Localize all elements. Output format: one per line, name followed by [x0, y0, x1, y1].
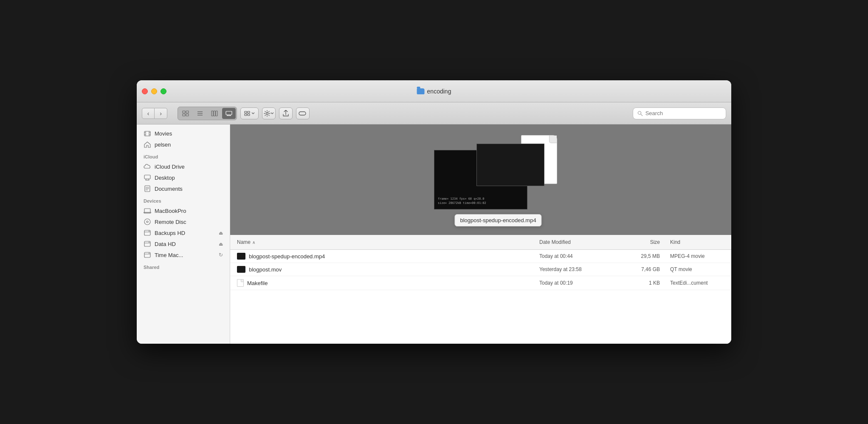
- svg-rect-1: [186, 111, 189, 113]
- drive-time-icon: [144, 251, 151, 259]
- header-date[interactable]: Date Modified: [536, 237, 621, 248]
- header-kind[interactable]: Kind: [663, 237, 731, 248]
- file-tooltip: blogpost-spedup-encoded.mp4: [454, 214, 541, 226]
- forward-button[interactable]: ›: [155, 108, 167, 119]
- sidebar-label-macbookpro: MacBookPro: [155, 208, 186, 214]
- sidebar-label-documents: Documents: [155, 186, 183, 192]
- group-by-button[interactable]: [240, 107, 259, 119]
- file-list-header: Name ∧ Date Modified Size Kind: [230, 235, 731, 250]
- svg-rect-9: [216, 111, 217, 116]
- header-name[interactable]: Name ∧: [230, 237, 536, 248]
- home-icon: [144, 141, 151, 148]
- svg-rect-8: [214, 111, 215, 116]
- sidebar-item-remote-disc[interactable]: Remote Disc: [137, 216, 230, 227]
- terminal-line-2: size= 28672kB time=00:01:02: [438, 201, 524, 206]
- sidebar-label-backups-hd: Backups HD: [155, 230, 185, 236]
- svg-rect-3: [186, 114, 189, 116]
- file-name-mov: blogpost.mov: [230, 263, 536, 276]
- sync-time-icon[interactable]: ↻: [219, 252, 223, 258]
- monitor-icon: [144, 174, 151, 181]
- sidebar-item-time-machine[interactable]: Time Mac... ↻: [137, 249, 230, 260]
- file-size-3: 1 KB: [621, 277, 663, 289]
- traffic-lights: [142, 88, 166, 94]
- file-name-makefile: Makefile: [230, 276, 536, 290]
- view-list-button[interactable]: [193, 108, 207, 119]
- sidebar-label-remote-disc: Remote Disc: [155, 219, 186, 225]
- nav-buttons: ‹ ›: [142, 108, 167, 119]
- header-size[interactable]: Size: [621, 237, 663, 248]
- svg-point-38: [144, 219, 150, 225]
- svg-rect-37: [144, 209, 150, 212]
- file-date-1: Today at 00:44: [536, 250, 621, 262]
- back-button[interactable]: ‹: [142, 108, 155, 119]
- title-bar: encoding: [137, 80, 731, 102]
- video-file-icon-2: [237, 266, 245, 273]
- sidebar-item-pelsen[interactable]: pelsen: [137, 139, 230, 150]
- svg-rect-16: [245, 114, 247, 116]
- search-bar[interactable]: [633, 107, 726, 119]
- laptop-icon: [144, 207, 151, 215]
- sidebar-label-desktop: Desktop: [155, 175, 175, 181]
- sidebar-label-pelsen: pelsen: [155, 141, 171, 148]
- text-file-icon: [237, 279, 244, 287]
- cloud-icon: [144, 163, 151, 170]
- sidebar-item-movies[interactable]: Movies: [137, 128, 230, 139]
- svg-point-45: [149, 242, 149, 243]
- sidebar-item-macbookpro[interactable]: MacBookPro: [137, 205, 230, 216]
- svg-rect-17: [248, 114, 250, 116]
- share-button[interactable]: [279, 107, 293, 119]
- preview-content: frame= 1234 fps= 60 q=28.0 size= 28672kB…: [409, 141, 553, 218]
- terminal-line-1: frame= 1234 fps= 60 q=28.0: [438, 197, 524, 201]
- table-row[interactable]: blogpost-spedup-encoded.mp4 Today at 00:…: [230, 250, 731, 263]
- content-area: Movies pelsen iCloud iCloud Drive: [137, 124, 731, 344]
- sidebar-item-icloud-drive[interactable]: iCloud Drive: [137, 161, 230, 172]
- svg-rect-2: [183, 114, 185, 116]
- file-kind-1: MPEG-4 movie: [663, 250, 731, 262]
- sidebar-item-desktop[interactable]: Desktop: [137, 172, 230, 183]
- svg-rect-14: [245, 111, 247, 113]
- svg-point-18: [266, 112, 268, 114]
- svg-rect-19: [299, 112, 306, 115]
- sidebar-item-data-hd[interactable]: Data HD ⏏: [137, 238, 230, 249]
- toolbar: ‹ ›: [137, 102, 731, 124]
- disc-icon: [144, 218, 151, 226]
- sidebar-item-documents[interactable]: Documents: [137, 183, 230, 194]
- sidebar-label-movies: Movies: [155, 130, 172, 137]
- svg-point-48: [149, 253, 149, 254]
- svg-rect-29: [144, 175, 150, 179]
- documents-icon: [144, 185, 151, 192]
- sidebar-label-icloud: iCloud Drive: [155, 164, 185, 170]
- minimize-button[interactable]: [151, 88, 157, 94]
- drive-data-icon: [144, 240, 151, 248]
- close-button[interactable]: [142, 88, 148, 94]
- file-kind-2: QT movie: [663, 263, 731, 275]
- view-column-button[interactable]: [208, 108, 221, 119]
- view-buttons: [178, 107, 237, 120]
- svg-rect-0: [183, 111, 185, 113]
- eject-backups-icon[interactable]: ⏏: [219, 230, 223, 236]
- search-input[interactable]: [645, 110, 721, 116]
- file-date-3: Today at 00:19: [536, 277, 621, 289]
- sidebar-item-backups-hd[interactable]: Backups HD ⏏: [137, 227, 230, 238]
- file-date-2: Yesterday at 23:58: [536, 263, 621, 275]
- window-title-area: encoding: [417, 88, 451, 95]
- video-thumbnail-2: [476, 144, 544, 186]
- view-cover-button[interactable]: [222, 108, 236, 119]
- maximize-button[interactable]: [161, 88, 166, 94]
- svg-point-20: [638, 111, 641, 114]
- sidebar-shared-label: Shared: [137, 260, 230, 271]
- sidebar-devices-label: Devices: [137, 194, 230, 205]
- sidebar-icloud-label: iCloud: [137, 150, 230, 161]
- drive-backups-icon: [144, 229, 151, 237]
- table-row[interactable]: Makefile Today at 00:19 1 KB TextEdi...c…: [230, 276, 731, 290]
- eject-data-icon[interactable]: ⏏: [219, 241, 223, 247]
- sidebar: Movies pelsen iCloud iCloud Drive: [137, 124, 230, 344]
- svg-point-39: [147, 221, 148, 223]
- table-row[interactable]: blogpost.mov Yesterday at 23:58 7,46 GB …: [230, 263, 731, 276]
- tag-button[interactable]: [296, 107, 310, 119]
- svg-rect-15: [248, 111, 250, 113]
- settings-button[interactable]: [262, 107, 276, 119]
- view-icon-button[interactable]: [179, 108, 192, 119]
- search-icon: [637, 110, 643, 116]
- svg-rect-10: [226, 111, 232, 115]
